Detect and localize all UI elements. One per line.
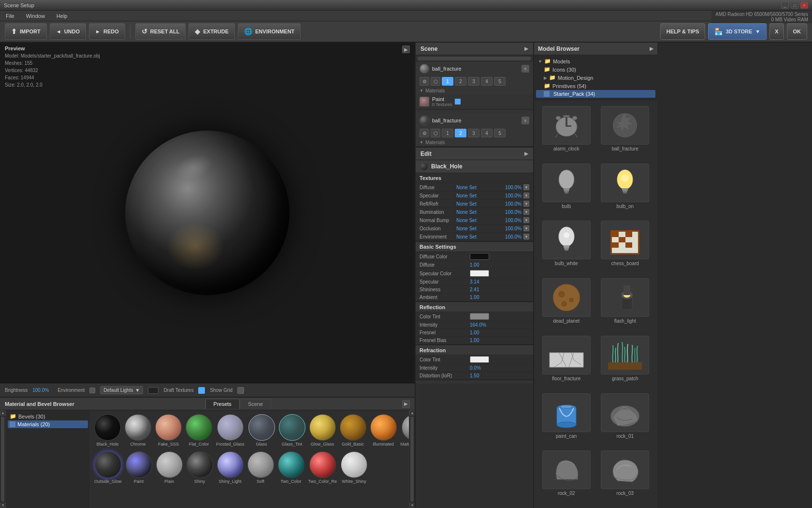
setting-value-shininess[interactable]: 2.41 [470, 287, 479, 292]
tab-scene[interactable]: Scene [240, 399, 271, 409]
extrude-button[interactable]: ◈ EXTRUDE [188, 23, 235, 40]
mat-item-gold-basic[interactable]: Gold_Basic [340, 414, 366, 447]
setting-value-specular[interactable]: 3.14 [470, 279, 479, 284]
model-item-rock-01[interactable]: rock_01 [597, 391, 654, 447]
materials-section-label-2[interactable]: Materials [416, 139, 533, 146]
texture-pct-occlusion[interactable]: 100.0% [502, 226, 522, 231]
redo-button[interactable]: ► REDO [89, 23, 125, 40]
texture-menu-specular[interactable]: ▼ [523, 193, 529, 198]
preview-expand-button[interactable]: ▶ [402, 45, 410, 53]
reflection-color-swatch[interactable] [470, 313, 489, 320]
lights-dropdown[interactable]: Default Lights ▼ [100, 386, 143, 394]
mat-item-frosted-glass[interactable]: Frosted_Glass [216, 414, 245, 447]
scene-node2-tab-4[interactable]: 4 [481, 129, 493, 137]
scene-tab-settings-icon[interactable]: ⚙ [420, 77, 429, 86]
setting-value-refraction-intensity[interactable]: 0.0% [470, 365, 481, 371]
color-preview[interactable] [148, 387, 159, 394]
mat-item-shiny-light[interactable]: Shiny_Light [217, 451, 244, 484]
brightness-value[interactable]: 100.0% [32, 388, 49, 393]
scene-node2-tab-1[interactable]: 1 [442, 129, 453, 137]
menu-file[interactable]: File [4, 12, 16, 20]
tree-models[interactable]: ▼ 📁 Models [536, 57, 655, 65]
minimize-button[interactable]: _ [781, 2, 789, 9]
scene-node2-tab-5[interactable]: 5 [494, 129, 506, 137]
scene-node2-tab-3[interactable]: 3 [468, 129, 479, 137]
model-item-bulb-on[interactable]: bulb_on [597, 162, 654, 217]
reset-all-button[interactable]: ↺ RESET ALL [135, 23, 186, 40]
texture-pct-environment[interactable]: 100.0% [502, 234, 522, 239]
edit-expand-button[interactable]: ▶ [524, 151, 528, 156]
setting-value-reflection-intensity[interactable]: 164.0% [470, 322, 486, 328]
model-item-dead-planet[interactable]: dead_planet [538, 276, 595, 332]
scene-node2-tab-2[interactable]: 2 [455, 129, 466, 137]
texture-menu-occlusion[interactable]: ▼ [523, 225, 529, 231]
draft-textures-toggle[interactable] [198, 387, 205, 394]
texture-menu-refl[interactable]: ▼ [523, 201, 529, 207]
mat-item-matte-shadow[interactable]: Matte_Shadow [401, 414, 409, 447]
texture-value-specular[interactable]: None Set [456, 193, 500, 198]
scene-tab-4[interactable]: 4 [481, 77, 493, 86]
model-item-chess-board[interactable]: chess_board [597, 219, 654, 274]
texture-value-illumination[interactable]: None Set [456, 209, 500, 215]
mat-item-paint[interactable]: Paint [126, 451, 152, 484]
menu-help[interactable]: Help [55, 12, 70, 20]
mat-item-two-color-re[interactable]: Two_Color_Re [308, 451, 337, 484]
scene-node2-mesh-icon[interactable]: ⬡ [431, 129, 440, 137]
mat-item-illuminated[interactable]: Illuminated [370, 414, 397, 447]
model-browser-expand[interactable]: ▶ [650, 46, 653, 51]
scene-tab-mesh-icon[interactable]: ⬡ [431, 77, 440, 86]
ok-button[interactable]: OK [787, 23, 808, 40]
mat-item-plain[interactable]: Plain [156, 451, 183, 484]
model-item-alarm-clock[interactable]: alarm_clock [538, 104, 595, 160]
texture-menu-environment[interactable]: ▼ [523, 234, 529, 239]
model-item-floor-fracture[interactable]: floor_fracture [538, 334, 595, 389]
scene-tab-1[interactable]: 1 [442, 77, 453, 86]
mat-item-flat-color[interactable]: Flat_Color [186, 414, 212, 447]
model-item-bulb[interactable]: bulb [538, 162, 595, 217]
material-browser-expand[interactable]: ▶ [402, 400, 410, 408]
environment-button[interactable]: 🌐 ENVIRONMENT [238, 23, 301, 40]
mat-item-two-color[interactable]: Two_Color [278, 451, 304, 484]
folder-bevels[interactable]: 📁 Bevels (30) [8, 412, 88, 420]
mat-item-glow-glass[interactable]: Glow_Glass [309, 414, 336, 447]
texture-value-refl[interactable]: None Set [456, 201, 500, 207]
model-item-rock-02[interactable]: rock_02 [538, 448, 595, 504]
scroll-grid-thumb[interactable] [410, 417, 414, 502]
texture-pct-specular[interactable]: 100.0% [502, 193, 522, 198]
texture-value-occlusion[interactable]: None Set [456, 226, 500, 231]
mat-item-glass-tint[interactable]: Glass_Tint [279, 414, 305, 447]
texture-menu-normal-bump[interactable]: ▼ [523, 217, 529, 223]
tree-motion-design[interactable]: ▶ 📁 Motion_Design [536, 74, 655, 82]
diffuse-color-swatch[interactable] [470, 253, 489, 260]
x-button[interactable]: X [769, 23, 783, 40]
model-item-ball-fracture[interactable]: ball_fracture [597, 104, 654, 160]
scene-node-1-close[interactable]: × [522, 65, 529, 73]
help-tips-button[interactable]: HELP & TIPS [660, 23, 706, 40]
mat-item-glass[interactable]: Glass [248, 414, 275, 447]
model-item-rock-03[interactable]: rock_03 [597, 448, 654, 504]
setting-value-fresnel-bias[interactable]: 1.00 [470, 338, 479, 343]
model-item-grass-patch[interactable]: grass_patch [597, 334, 654, 389]
model-item-paint-can[interactable]: paint_can [538, 391, 595, 447]
show-grid-toggle[interactable] [237, 387, 244, 394]
materials-section-label[interactable]: Materials [416, 87, 533, 94]
scene-expand-button[interactable]: ▶ [524, 46, 528, 51]
texture-menu-illumination[interactable]: ▼ [523, 209, 529, 215]
setting-value-distortion[interactable]: 1.50 [470, 373, 479, 378]
scroll-grid-down[interactable]: ▼ [409, 503, 415, 508]
folder-materials[interactable]: Materials (20) [8, 420, 88, 428]
setting-value-diffuse[interactable]: 1.00 [470, 262, 479, 268]
scroll-up-arrow[interactable]: ▲ [0, 410, 6, 416]
mat-item-soft[interactable]: Soft [247, 451, 274, 484]
scroll-grid-up[interactable]: ▲ [409, 410, 415, 416]
texture-pct-illumination[interactable]: 100.0% [502, 209, 522, 215]
model-item-flash-light[interactable]: flash_light [597, 276, 654, 332]
mat-item-white-shiny[interactable]: White_Shiny [341, 451, 367, 484]
setting-value-ambient[interactable]: 1.00 [470, 295, 479, 300]
setting-value-fresnel[interactable]: 1.00 [470, 330, 479, 335]
tree-icons[interactable]: 📁 Icons (30) [536, 65, 655, 74]
scene-tab-3[interactable]: 3 [468, 77, 479, 86]
texture-value-environment[interactable]: None Set [456, 234, 500, 239]
3dstore-button[interactable]: 🏪 3D STORE ▼ [708, 23, 767, 40]
tree-primitives[interactable]: 📁 Primitives (54) [536, 82, 655, 90]
